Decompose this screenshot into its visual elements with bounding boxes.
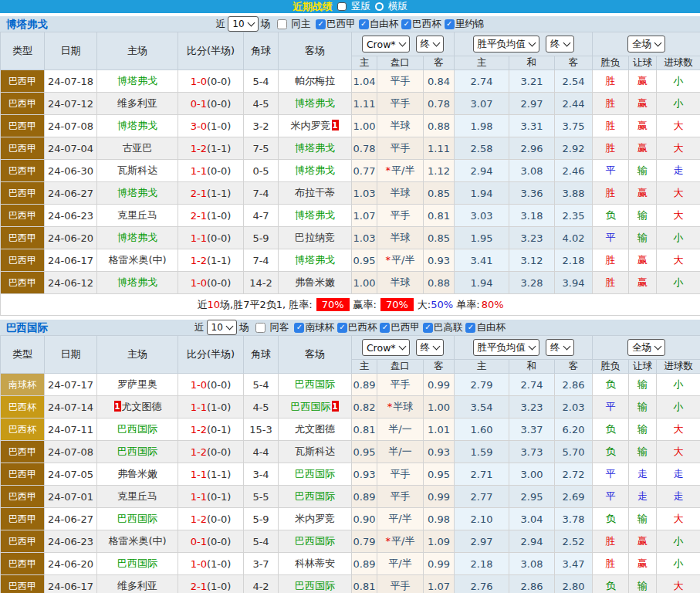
scope-select[interactable]: 全场 [627,36,665,53]
col-date: 日期 [45,32,97,70]
away-team[interactable]: 巴西国际 [295,490,335,502]
col-type: 类型 [1,32,45,70]
home-team[interactable]: 巴西国际 [117,513,157,524]
team-name-2[interactable]: 巴西国际 [6,320,48,335]
home-team[interactable]: 维多利亚 [117,97,157,109]
bookmaker-select[interactable]: Crow* [362,339,410,356]
home-team[interactable]: 弗鲁米嫩 [117,468,157,479]
halftime-score: (1-1) [207,469,231,480]
home-team[interactable]: 克里丘马 [117,209,157,221]
home-team[interactable]: 博塔弗戈 [117,276,157,288]
same-home-checkbox[interactable] [277,19,287,29]
league-checkbox-checked[interactable]: ✓ [380,323,390,333]
match-score: 2-1(1-1) [178,182,244,205]
league-checkbox-checked[interactable]: ✓ [401,19,411,29]
odds-stage-select[interactable]: 终 [416,339,445,356]
league-checkbox-checked[interactable]: ✓ [359,19,369,29]
mean-select[interactable]: 胜平负均值 [473,339,540,356]
chevron-down-icon [654,39,662,47]
result-handicap: 赢 [629,272,657,294]
league-label: 巴西杯 [412,18,441,31]
home-team[interactable]: 古亚巴 [123,142,153,154]
away-team[interactable]: 米内罗竞 [295,513,335,524]
scope-select[interactable]: 全场 [627,339,665,356]
mean-stage-select[interactable]: 终 [546,36,574,53]
match-date: 24-07-05 [45,463,97,486]
same-away-checkbox[interactable] [255,323,265,333]
match-count-select[interactable]: 10 [228,16,258,32]
home-team[interactable]: 瓦斯科达 [117,164,157,176]
result-goals: 大 [657,418,700,441]
handicap-line: 平/半 [377,553,424,575]
away-team[interactable]: 博塔弗戈 [295,209,335,221]
home-team[interactable]: 巴西国际 [117,446,157,457]
home-team[interactable]: 巴西国际 [117,423,157,435]
league-type-badge: 巴西甲 [1,530,45,553]
away-team[interactable]: 米内罗竞 [291,120,331,131]
mean-select[interactable]: 胜平负均值 [473,36,540,53]
mean-home-odds: 2.97 [455,530,509,553]
match-count-select[interactable]: 10 [207,320,237,335]
early-odds-star: * [387,401,393,412]
handicap-line: 半/一 [377,418,424,441]
away-team[interactable]: 瓦斯科达 [295,446,335,457]
result-goals: 走 [657,486,700,508]
corner-score: 3-2 [244,115,279,137]
away-team[interactable]: 博塔弗戈 [295,97,335,109]
home-team[interactable]: 巴西国际 [117,557,157,569]
home-team-cell: 弗鲁米嫩 [97,463,178,486]
home-team[interactable]: 博塔弗戈 [117,120,157,131]
away-team[interactable]: 巴拉纳竞 [295,232,335,243]
away-team[interactable]: 弗鲁米嫩 [295,276,335,288]
league-checkbox-checked[interactable]: ✓ [445,19,455,29]
league-checkbox-checked[interactable]: ✓ [316,19,326,29]
home-team[interactable]: 罗萨里奥 [117,378,157,390]
away-team[interactable]: 博塔弗戈 [295,142,335,154]
sub-col-away-odds: 客 [424,360,455,374]
away-team[interactable]: 尤文图德 [295,423,335,435]
mean-group-header: 胜平负均值 终 [455,336,593,360]
mean-away-odds: 3.94 [555,272,593,294]
away-team-cell: 巴西国际 [279,575,352,593]
mean-home-odds: 3.03 [455,205,509,227]
away-team[interactable]: 巴西国际 [295,535,335,547]
away-team[interactable]: 博塔弗戈 [295,254,335,266]
away-team[interactable]: 巴西国际 [295,580,335,591]
layout-radio-horizontal[interactable] [375,2,384,11]
result-goals: 小 [657,553,700,575]
mean-away-odds: 2.72 [555,463,593,486]
home-team[interactable]: 博塔弗戈 [117,187,157,198]
league-checkbox-checked[interactable]: ✓ [423,323,433,333]
fulltime-score: 2-1 [191,581,207,592]
layout-radio-vertical[interactable] [337,2,347,11]
away-team[interactable]: 博塔弗戈 [295,164,335,176]
league-checkbox-checked[interactable]: ✓ [465,323,475,333]
table-row: 巴西甲24-06-20巴西国际1-0(1-0)3-7科林蒂安0.89平/半0.9… [1,553,700,575]
match-date: 24-06-20 [45,227,97,249]
team-name-1[interactable]: 博塔弗戈 [6,16,48,32]
home-team[interactable]: 格雷米奥(中) [108,535,166,547]
home-team[interactable]: 维多利亚 [117,580,157,591]
early-odds-star: * [386,164,391,176]
odds-stage-select[interactable]: 终 [416,36,445,53]
away-team[interactable]: 布拉干蒂 [295,187,335,198]
mean-away-odds: 2.80 [555,575,593,593]
home-team[interactable]: 克里丘马 [117,490,157,502]
match-date: 24-07-04 [45,137,97,160]
home-team[interactable]: 格雷米奥(中) [108,254,166,266]
away-team[interactable]: 巴西国际 [295,378,335,390]
league-checkbox-checked[interactable]: ✓ [337,323,347,333]
crow-away-odds: 0.99 [424,374,455,396]
bookmaker-select[interactable]: Crow* [362,36,410,53]
mean-stage-select[interactable]: 终 [546,339,574,356]
away-team[interactable]: 巴西国际 [291,401,331,412]
away-team[interactable]: 巴西国际 [295,468,335,479]
home-team[interactable]: 博塔弗戈 [117,232,157,243]
away-team[interactable]: 科林蒂安 [295,557,335,569]
away-team[interactable]: 帕尔梅拉 [295,75,335,86]
result-goals: 大 [657,441,700,463]
result-handicap: 赢 [629,137,657,160]
league-checkbox-checked[interactable]: ✓ [294,323,304,333]
home-team[interactable]: 尤文图德 [122,401,162,412]
home-team[interactable]: 博塔弗戈 [117,75,157,86]
